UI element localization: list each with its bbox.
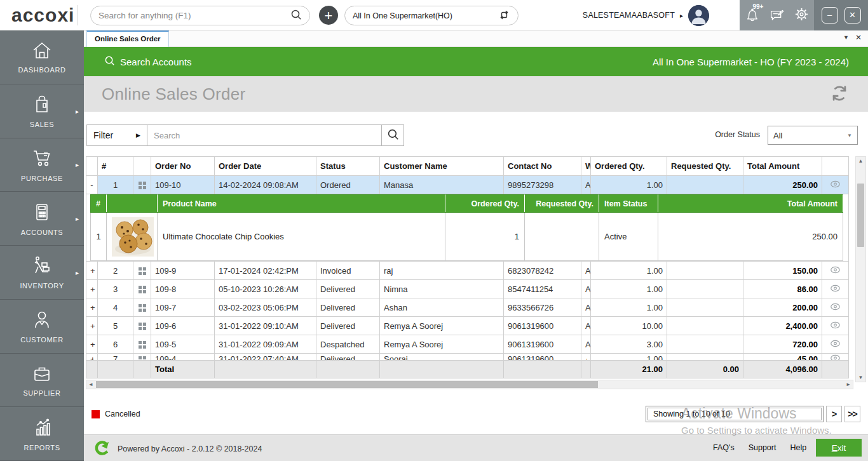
- column-header-contact[interactable]: Contact No: [504, 157, 581, 176]
- pagination-status: Showing 1 to 10 of 10: [648, 408, 822, 420]
- column-header-order-date[interactable]: Order Date: [215, 157, 316, 176]
- global-search-input[interactable]: [98, 11, 290, 20]
- eye-icon: [830, 354, 841, 360]
- order-row[interactable]: + 2 109-9 17-01-2024 02:42:PM Invoiced r…: [86, 262, 849, 280]
- next-page-button[interactable]: >: [826, 406, 842, 422]
- column-header-order-no[interactable]: Order No: [151, 157, 215, 176]
- row-expand-toggle[interactable]: +: [86, 280, 98, 298]
- last-page-button[interactable]: >>: [844, 406, 860, 422]
- sidebar-item-accounts[interactable]: ACCOUNTS ▸: [0, 192, 84, 246]
- row-expand-toggle[interactable]: +: [86, 335, 98, 354]
- double-chevron-right-icon: >>: [848, 409, 857, 419]
- scroll-up-icon[interactable]: ▲: [856, 158, 865, 164]
- tab-list-dropdown-icon[interactable]: ▼: [843, 34, 849, 41]
- eye-icon: [830, 180, 841, 190]
- view-order-button[interactable]: [830, 180, 841, 190]
- column-header-customer[interactable]: Customer Name: [380, 157, 504, 176]
- table-search-button[interactable]: [381, 124, 404, 146]
- search-accounts-button[interactable]: Search Accounts: [104, 55, 192, 68]
- column-header-status[interactable]: Status: [316, 157, 380, 176]
- order-row[interactable]: + 3 109-8 05-10-2023 10:26:AM Delivered …: [86, 280, 849, 298]
- order-row[interactable]: - 1 109-10 14-02-2024 09:08:AM Ordered M…: [86, 176, 849, 194]
- view-order-button[interactable]: [830, 321, 841, 331]
- filter-button[interactable]: Filter ▶: [86, 124, 147, 146]
- row-expand-toggle[interactable]: +: [86, 317, 98, 335]
- scroll-down-icon[interactable]: ▼: [856, 375, 865, 380]
- close-button[interactable]: ✕: [844, 7, 861, 23]
- sidebar-item-reports[interactable]: REPORTS: [0, 407, 84, 461]
- drag-handle[interactable]: [133, 317, 151, 335]
- page-title-bar: Online Sales Order: [84, 76, 868, 112]
- row-expand-toggle[interactable]: +: [86, 298, 98, 317]
- drag-handle[interactable]: [133, 176, 151, 194]
- drag-handle[interactable]: [133, 262, 151, 280]
- cart-icon: [30, 147, 54, 171]
- footer-link-help[interactable]: Help: [790, 443, 806, 452]
- view-order-button[interactable]: [830, 266, 841, 276]
- order-row[interactable]: + 5 109-6 31-01-2022 09:10:AM Delivered …: [86, 317, 849, 335]
- table-search-input[interactable]: [147, 124, 382, 146]
- footer: Powered by Accoxi - 2.0.12 © 2018-2024 F…: [84, 434, 868, 461]
- footer-link-support[interactable]: Support: [749, 443, 776, 452]
- scroll-left-icon[interactable]: ◄: [86, 380, 95, 389]
- sidebar-item-customer[interactable]: CUSTOMER: [0, 300, 84, 354]
- scroll-right-icon[interactable]: ►: [844, 380, 853, 389]
- company-selector[interactable]: All In One Supermarket(HO): [344, 6, 519, 25]
- scrollbar-thumb[interactable]: [857, 184, 864, 247]
- order-row[interactable]: + 4 109-7 03-02-2023 05:06:PM Delivered …: [86, 298, 849, 317]
- item-column-status: Item Status: [599, 195, 658, 213]
- settings-button[interactable]: [792, 4, 811, 26]
- row-collapse-toggle[interactable]: -: [86, 176, 98, 194]
- sidebar-item-dashboard[interactable]: DASHBOARD: [0, 30, 84, 84]
- sidebar: DASHBOARD SALES ▸ PURCHASE ▸ ACCOUNTS ▸ …: [0, 30, 84, 461]
- user-menu[interactable]: SALESTEAMAABASOFT ▸: [583, 0, 709, 30]
- search-icon: [290, 9, 302, 22]
- footer-link-faqs[interactable]: FAQ's: [713, 443, 735, 452]
- tab-close-icon[interactable]: ✕: [855, 33, 862, 42]
- drag-handle[interactable]: [133, 298, 151, 317]
- scrollbar-thumb[interactable]: [96, 381, 598, 388]
- column-header-warehouse[interactable]: W: [581, 157, 591, 176]
- sidebar-item-inventory[interactable]: INVENTORY ▸: [0, 246, 84, 300]
- column-header-ordered-qty[interactable]: Ordered Qty.: [591, 157, 667, 176]
- global-search[interactable]: [90, 6, 310, 25]
- view-order-button[interactable]: [830, 303, 841, 312]
- minimize-icon: –: [827, 10, 832, 20]
- order-row-clipped[interactable]: + 7 109-4 31-01-2022 07:40:AM Delivered …: [86, 354, 849, 361]
- order-row[interactable]: + 6 109-5 31-01-2022 09:09:AM Despatched…: [86, 335, 849, 354]
- drag-handle[interactable]: [133, 335, 151, 354]
- drag-handle-icon: [139, 323, 146, 330]
- messages-button[interactable]: [768, 4, 787, 26]
- add-button[interactable]: +: [319, 6, 338, 25]
- minimize-button[interactable]: –: [822, 7, 838, 23]
- accounts-bar: Search Accounts All In One Supermarket -…: [84, 47, 868, 76]
- drag-handle-icon: [139, 341, 146, 349]
- exit-button[interactable]: Exit: [816, 439, 862, 457]
- column-header-total[interactable]: Total Amount: [743, 157, 822, 176]
- item-row: 1: [91, 213, 843, 261]
- refresh-button[interactable]: [830, 84, 849, 105]
- drag-handle[interactable]: [133, 280, 151, 298]
- sync-icon: [498, 9, 510, 23]
- sidebar-item-supplier[interactable]: SUPPLIER: [0, 354, 84, 408]
- horizontal-scrollbar[interactable]: ◄ ►: [86, 380, 853, 389]
- column-header-actions: [822, 157, 849, 176]
- sidebar-item-sales[interactable]: SALES ▸: [0, 84, 84, 138]
- hand-truck-icon: [30, 255, 54, 278]
- view-order-button[interactable]: [830, 340, 841, 349]
- column-header-requested-qty[interactable]: Requested Qty.: [667, 157, 743, 176]
- legend-color-swatch: [92, 410, 100, 418]
- order-status-select[interactable]: All ▼: [768, 126, 858, 145]
- tab-online-sales-order[interactable]: Online Sales Order: [86, 30, 169, 47]
- row-expand-toggle[interactable]: +: [86, 262, 98, 280]
- item-ordered-qty: 1: [445, 213, 525, 261]
- plus-icon: +: [325, 8, 333, 23]
- main-content: Online Sales Order ▼ ✕ Search Accounts A…: [84, 30, 868, 461]
- caret-right-icon: ▸: [76, 215, 79, 222]
- column-header-expander: [86, 157, 98, 176]
- vertical-scrollbar[interactable]: ▲ ▼: [855, 156, 866, 382]
- avatar[interactable]: [688, 5, 709, 26]
- view-order-button[interactable]: [830, 284, 841, 294]
- sidebar-item-purchase[interactable]: PURCHASE ▸: [0, 138, 84, 192]
- notifications-button[interactable]: 99+: [743, 4, 762, 26]
